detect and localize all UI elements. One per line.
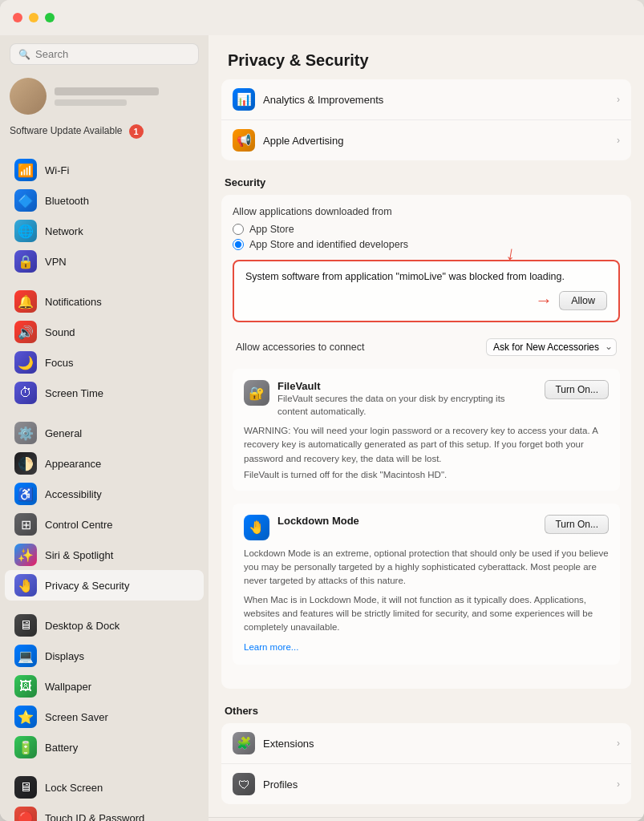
extensions-label: Extensions bbox=[263, 738, 609, 750]
sidebar-item-controlcentre[interactable]: ⊞ Control Centre bbox=[5, 509, 204, 540]
extensions-icon: 🧩 bbox=[233, 732, 255, 754]
filevault-icon: 🔐 bbox=[244, 380, 269, 406]
profiles-chevron: › bbox=[617, 779, 620, 790]
desktop-icon: 🖥 bbox=[14, 614, 37, 637]
search-icon: 🔍 bbox=[18, 49, 30, 60]
update-row[interactable]: Software Update Available 1 bbox=[0, 121, 209, 145]
sidebar-item-focus[interactable]: 🌙 Focus bbox=[5, 347, 204, 378]
accessories-label: Allow accessories to connect bbox=[236, 342, 365, 353]
user-info bbox=[55, 87, 199, 106]
sidebar-label-notifications: Notifications bbox=[45, 296, 102, 308]
profiles-icon: 🛡 bbox=[233, 773, 255, 795]
search-box[interactable]: 🔍 bbox=[10, 43, 199, 65]
sidebar-item-network[interactable]: 🌐 Network bbox=[5, 216, 204, 246]
close-button[interactable] bbox=[13, 13, 22, 22]
advertising-item[interactable]: 📢 Apple Advertising › bbox=[221, 120, 631, 160]
filevault-status: FileVault is turned off for the disk "Ma… bbox=[244, 470, 609, 479]
sidebar-item-battery[interactable]: 🔋 Battery bbox=[5, 732, 204, 762]
minimize-button[interactable] bbox=[29, 13, 38, 22]
content-area: 🔍 Software Update Available 1 📶 Wi bbox=[0, 35, 644, 821]
sidebar-item-siri[interactable]: ✨ Siri & Spotlight bbox=[5, 540, 204, 570]
sidebar-item-wallpaper[interactable]: 🖼 Wallpaper bbox=[5, 671, 204, 702]
lockdown-title-area: Lockdown Mode bbox=[277, 515, 537, 527]
radio-developers-label: App Store and identified developers bbox=[249, 239, 408, 250]
sidebar-label-general: General bbox=[45, 427, 82, 439]
radio-appstore-developers[interactable]: App Store and identified developers bbox=[233, 239, 620, 250]
filevault-subtitle: FileVault secures the data on your disk … bbox=[277, 392, 537, 418]
focus-icon: 🌙 bbox=[14, 351, 37, 374]
wallpaper-icon: 🖼 bbox=[14, 675, 37, 698]
sidebar-item-sound[interactable]: 🔊 Sound bbox=[5, 317, 204, 347]
update-text: Software Update Available bbox=[10, 125, 123, 138]
radio-appstore-input[interactable] bbox=[233, 224, 244, 235]
sidebar-label-touchid: Touch ID & Password bbox=[45, 812, 144, 822]
sidebar-item-notifications[interactable]: 🔔 Notifications bbox=[5, 286, 204, 317]
top-list-group: 📊 Analytics & Improvements › 📢 Apple Adv… bbox=[221, 79, 631, 160]
sound-icon: 🔊 bbox=[14, 321, 37, 343]
advertising-label: Apple Advertising bbox=[263, 135, 609, 147]
blocked-footer: → Allow bbox=[245, 290, 607, 311]
radio-group: App Store App Store and identified devel… bbox=[233, 224, 620, 250]
sidebar-item-bluetooth[interactable]: 🔷 Bluetooth bbox=[5, 185, 204, 216]
blocked-box: System software from application "mimoLi… bbox=[233, 260, 620, 322]
battery-icon: 🔋 bbox=[14, 736, 37, 758]
main-content: Privacy & Security 📊 Analytics & Improve… bbox=[209, 35, 644, 821]
sidebar-item-desktop[interactable]: 🖥 Desktop & Dock bbox=[5, 610, 204, 641]
sidebar-label-screensaver: Screen Saver bbox=[45, 711, 108, 723]
sidebar-item-lockscreen[interactable]: 🖥 Lock Screen bbox=[5, 772, 204, 803]
filevault-button[interactable]: Turn On... bbox=[545, 380, 609, 399]
sidebar-item-screensaver[interactable]: ⭐ Screen Saver bbox=[5, 702, 204, 732]
lockdown-note: When Mac is in Lockdown Mode, it will no… bbox=[244, 593, 609, 635]
radio-appstore[interactable]: App Store bbox=[233, 224, 620, 235]
others-section-title: Others bbox=[221, 702, 631, 723]
sidebar-label-screentime: Screen Time bbox=[45, 387, 103, 399]
sidebar-item-vpn[interactable]: 🔒 VPN bbox=[5, 246, 204, 277]
extensions-item[interactable]: 🧩 Extensions › bbox=[221, 723, 631, 764]
lockdown-button[interactable]: Turn On... bbox=[545, 515, 609, 534]
update-badge: 1 bbox=[129, 124, 144, 139]
traffic-lights bbox=[13, 13, 55, 22]
title-bar bbox=[0, 0, 644, 35]
accessories-select-wrapper: Ask for New Accessories bbox=[486, 338, 617, 356]
sidebar-label-wifi: Wi-Fi bbox=[45, 164, 69, 176]
sidebar-item-touchid[interactable]: 🔴 Touch ID & Password bbox=[5, 803, 204, 821]
search-input[interactable] bbox=[35, 48, 190, 60]
vpn-icon: 🔒 bbox=[14, 250, 37, 273]
lockdown-header: 🤚 Lockdown Mode Turn On... bbox=[244, 515, 609, 540]
sidebar-item-appearance[interactable]: 🌓 Appearance bbox=[5, 448, 204, 479]
sidebar: 🔍 Software Update Available 1 📶 Wi bbox=[0, 35, 209, 821]
sidebar-item-privacy[interactable]: 🤚 Privacy & Security bbox=[5, 570, 204, 601]
bottom-bar: Advanced... ? bbox=[209, 817, 644, 821]
sidebar-label-siri: Siri & Spotlight bbox=[45, 549, 113, 561]
privacy-icon: 🤚 bbox=[14, 574, 37, 597]
network-icon: 🌐 bbox=[14, 220, 37, 242]
analytics-item[interactable]: 📊 Analytics & Improvements › bbox=[221, 79, 631, 120]
lockscreen-icon: 🖥 bbox=[14, 776, 37, 799]
sidebar-label-focus: Focus bbox=[45, 357, 73, 369]
learn-more-link[interactable]: Learn more... bbox=[244, 642, 298, 652]
sidebar-item-displays[interactable]: 💻 Displays bbox=[5, 641, 204, 671]
screentime-icon: ⏱ bbox=[14, 382, 37, 404]
user-sub-bar bbox=[55, 99, 127, 106]
sidebar-item-screentime[interactable]: ⏱ Screen Time bbox=[5, 378, 204, 408]
profiles-item[interactable]: 🛡 Profiles › bbox=[221, 764, 631, 804]
sidebar-item-general[interactable]: ⚙️ General bbox=[5, 418, 204, 448]
advertising-chevron: › bbox=[617, 135, 620, 146]
displays-icon: 💻 bbox=[14, 645, 37, 667]
bluetooth-icon: 🔷 bbox=[14, 189, 37, 212]
sidebar-item-accessibility[interactable]: ♿ Accessibility bbox=[5, 479, 204, 509]
filevault-section: 🔐 FileVault FileVault secures the data o… bbox=[233, 369, 620, 491]
sidebar-label-desktop: Desktop & Dock bbox=[45, 620, 119, 632]
sidebar-label-accessibility: Accessibility bbox=[45, 488, 102, 500]
sidebar-item-wifi[interactable]: 📶 Wi-Fi bbox=[5, 155, 204, 185]
touchid-icon: 🔴 bbox=[14, 807, 37, 821]
controlcentre-icon: ⊞ bbox=[14, 513, 37, 536]
sidebar-label-privacy: Privacy & Security bbox=[45, 580, 129, 592]
accessories-select[interactable]: Ask for New Accessories bbox=[486, 338, 617, 356]
allow-button[interactable]: Allow bbox=[559, 291, 607, 310]
radio-developers-input[interactable] bbox=[233, 239, 244, 250]
filevault-warning: WARNING: You will need your login passwo… bbox=[244, 424, 609, 466]
maximize-button[interactable] bbox=[45, 13, 55, 22]
lockdown-title: Lockdown Mode bbox=[277, 515, 537, 527]
security-section-title: Security bbox=[221, 173, 631, 195]
